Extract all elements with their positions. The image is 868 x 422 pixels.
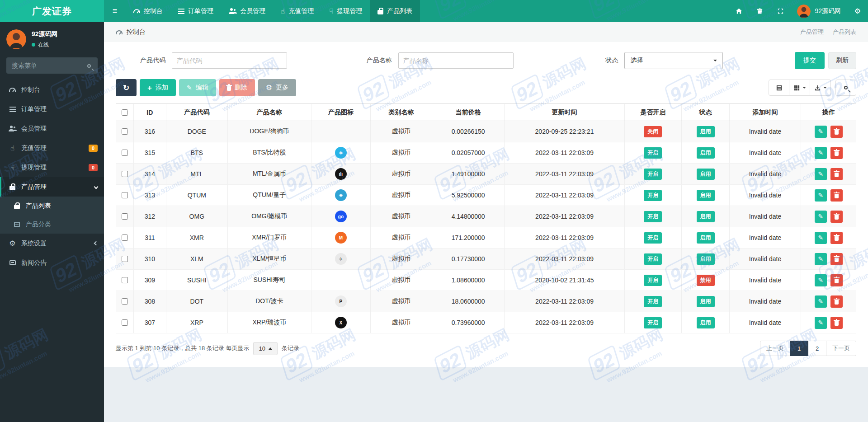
nav-item-products[interactable]: 产品列表 [370,0,420,22]
edit-row-button[interactable] [815,147,827,159]
status-badge[interactable]: 启用 [697,147,715,159]
select-all-checkbox[interactable] [122,109,128,116]
delete-row-button[interactable] [830,274,843,286]
row-checkbox[interactable] [122,128,128,135]
delete-row-button[interactable] [830,126,843,138]
cell-checkbox [116,121,133,142]
row-checkbox[interactable] [122,277,128,283]
nav-item-withdraw[interactable]: 提现管理 [321,0,370,22]
sidebar-item-product-list[interactable]: 产品列表 [0,197,104,215]
fullscreen-button[interactable] [770,0,791,22]
status-badge[interactable]: 禁用 [697,275,715,286]
export-button[interactable] [810,80,831,96]
sidebar-item-recharge[interactable]: 充值管理 0 [0,138,104,158]
edit-row-button[interactable] [815,232,827,244]
status-badge[interactable]: 启用 [697,232,715,244]
status-badge[interactable]: 启用 [697,190,715,201]
status-badge[interactable]: 启用 [697,126,715,137]
edit-row-button[interactable] [815,189,827,202]
nav-item-members[interactable]: 会员管理 [221,0,273,22]
delete-row-button[interactable] [830,295,843,308]
open-badge[interactable]: 开启 [644,275,662,286]
sidebar-item-system-settings[interactable]: 系统设置 [0,234,104,253]
home-button[interactable] [728,0,749,22]
status-badge[interactable]: 启用 [697,253,715,265]
edit-row-button[interactable] [815,126,827,138]
open-badge[interactable]: 开启 [644,253,662,265]
next-page-button[interactable]: 下一页 [826,341,856,356]
breadcrumb-item[interactable]: 产品管理 [800,28,824,36]
edit-row-button[interactable] [815,317,827,329]
sidebar-item-product-category[interactable]: 产品分类 [0,215,104,234]
product-code-input[interactable] [172,52,287,69]
edit-row-button[interactable] [815,295,827,308]
sidebar-search-input[interactable] [6,57,98,74]
add-button[interactable]: 添加 [140,79,176,96]
cell-status: 启用 [681,164,729,185]
column-header-price: 当前价格 [432,104,505,121]
open-badge[interactable]: 开启 [644,232,662,244]
page-button-2[interactable]: 2 [808,341,826,356]
sidebar-search-button[interactable] [85,62,94,70]
delete-row-button[interactable] [830,317,843,329]
nav-item-orders[interactable]: 订单管理 [170,0,221,22]
submit-button[interactable]: 提交 [795,52,825,69]
refresh-table-button[interactable] [116,79,137,96]
trash-icon [835,130,839,135]
row-checkbox[interactable] [122,256,128,262]
status-badge[interactable]: 启用 [697,317,715,328]
status-badge[interactable]: 启用 [697,211,715,222]
sidebar-item-orders[interactable]: 订单管理 [0,99,104,119]
columns-button[interactable] [789,80,810,96]
row-checkbox[interactable] [122,213,128,220]
row-checkbox[interactable] [122,234,128,241]
detail-view-button[interactable] [769,80,789,96]
row-checkbox[interactable] [122,298,128,305]
breadcrumb-item[interactable]: 产品列表 [833,28,856,36]
delete-row-button[interactable] [830,189,843,202]
delete-row-button[interactable] [830,147,843,159]
sidebar-item-members[interactable]: 会员管理 [0,119,104,138]
open-badge[interactable]: 开启 [644,190,662,201]
open-badge[interactable]: 开启 [644,211,662,222]
open-badge[interactable]: 开启 [644,147,662,159]
nav-item-recharge[interactable]: 充值管理 [273,0,321,22]
search-toggle-button[interactable] [835,80,856,96]
sidebar-item-withdraw[interactable]: 提现管理 0 [0,158,104,177]
status-badge[interactable]: 启用 [697,296,715,307]
edit-row-button[interactable] [815,253,827,265]
status-select[interactable]: 选择 [624,52,723,69]
open-badge[interactable]: 关闭 [644,126,662,137]
delete-row-button[interactable] [830,253,843,265]
edit-row-button[interactable] [815,168,827,180]
row-checkbox[interactable] [122,171,128,177]
row-checkbox[interactable] [122,150,128,156]
sidebar-item-news[interactable]: 新闻公告 [0,253,104,272]
refresh-button[interactable]: 刷新 [828,52,856,69]
delete-row-button[interactable] [830,168,843,180]
row-checkbox[interactable] [122,319,128,326]
status-badge[interactable]: 启用 [697,169,715,180]
product-name-input[interactable] [398,52,514,69]
delete-row-button[interactable] [830,211,843,223]
sidebar-item-product-management[interactable]: 产品管理 [0,177,104,197]
sidebar-toggle-button[interactable]: ≡ [104,0,126,22]
edit-row-button[interactable] [815,211,827,223]
page-button-1[interactable]: 1 [790,341,808,356]
nav-item-dashboard[interactable]: 控制台 [126,0,170,22]
prev-page-button[interactable]: 上一页 [760,341,790,356]
control-sidebar-button[interactable] [847,0,868,22]
sidebar-item-dashboard[interactable]: 控制台 [0,80,104,99]
user-menu[interactable]: 92源码网 [791,0,847,22]
edit-button[interactable]: 编辑 [179,79,216,96]
page-size-select[interactable]: 10 [253,342,277,355]
more-button[interactable]: 更多 [258,79,296,96]
delete-button[interactable]: 删除 [219,79,255,96]
edit-row-button[interactable] [815,274,827,286]
open-badge[interactable]: 开启 [644,169,662,180]
delete-row-button[interactable] [830,232,843,244]
row-checkbox[interactable] [122,192,128,198]
open-badge[interactable]: 开启 [644,317,662,328]
clear-cache-button[interactable] [749,0,770,22]
open-badge[interactable]: 开启 [644,296,662,307]
